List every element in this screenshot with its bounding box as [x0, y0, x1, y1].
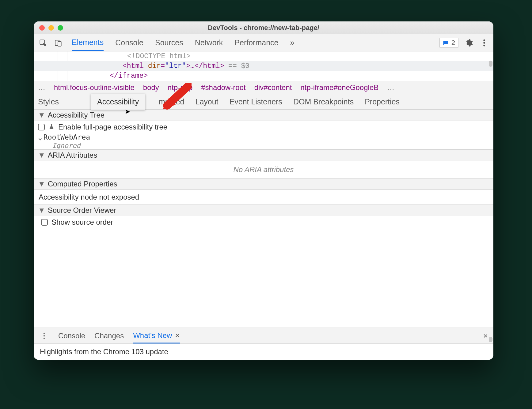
crumb[interactable]: #shadow-root [201, 83, 245, 92]
show-source-order-checkbox[interactable] [41, 219, 48, 226]
drawer-tab-whats-new[interactable]: What's New × [133, 328, 180, 343]
drawer-kebab-icon[interactable] [39, 331, 49, 341]
issues-icon [442, 40, 449, 46]
svg-point-5 [483, 44, 485, 46]
drawer-tab-console[interactable]: Console [58, 332, 85, 340]
tab-dom-breakpoints[interactable]: DOM Breakpoints [293, 94, 354, 109]
enable-fullpage-tree-row[interactable]: Enable full-page accessibility tree [34, 121, 493, 133]
settings-gear-icon[interactable] [464, 38, 474, 48]
disclosure-triangle-icon: ▼ [38, 111, 45, 119]
tab-sources[interactable]: Sources [155, 34, 183, 51]
svg-point-7 [44, 335, 45, 337]
crumb[interactable]: body [143, 83, 159, 92]
aria-empty-message: No ARIA attributes [34, 161, 493, 178]
tab-console[interactable]: Console [115, 34, 143, 51]
tab-network[interactable]: Network [195, 34, 223, 51]
whats-new-headline: Highlights from the Chrome 103 update [40, 347, 168, 356]
more-tabs-button[interactable]: » [290, 34, 294, 51]
tab-accessibility-dragging[interactable]: Accessibility [91, 94, 145, 110]
sidebar-pane-tabs: Styles mputed Layout Event Listeners DOM… [34, 94, 493, 110]
dom-line-html[interactable]: <html dir="ltr">…</html> == $0 [34, 61, 493, 71]
svg-rect-2 [58, 41, 61, 46]
tab-layout[interactable]: Layout [195, 94, 218, 109]
disclosure-triangle-icon: ▼ [38, 151, 45, 159]
dom-tree[interactable]: ••• <!DOCTYPE html> ▶ <html dir="ltr">…<… [34, 51, 493, 81]
chevron-down-icon: ⌄ [38, 133, 42, 141]
section-aria-attributes[interactable]: ▼ ARIA Attributes [34, 149, 493, 161]
dom-scrollbar-thumb[interactable] [489, 61, 492, 67]
kebab-menu-icon[interactable] [479, 38, 489, 48]
crumb[interactable]: ntp-app [168, 83, 192, 92]
svg-point-4 [483, 42, 485, 43]
window-title: DevTools - chrome://new-tab-page/ [34, 24, 493, 32]
tab-styles[interactable]: Styles [38, 94, 59, 109]
crumb[interactable]: ntp-iframe#oneGoogleB [300, 83, 378, 92]
issues-counter[interactable]: 2 [439, 38, 458, 48]
close-drawer-icon[interactable]: × [483, 331, 488, 341]
section-source-order[interactable]: ▼ Source Order Viewer [34, 204, 493, 216]
tab-properties[interactable]: Properties [365, 94, 400, 109]
crumb[interactable]: div#content [254, 83, 292, 92]
section-title: Computed Properties [48, 180, 117, 188]
drawer-tabs: Console Changes What's New × × [34, 328, 493, 343]
dom-line-iframe-close[interactable]: </iframe> [34, 71, 493, 81]
enable-fullpage-tree-checkbox[interactable] [38, 124, 45, 130]
breadcrumb-overflow-right[interactable]: … [387, 83, 394, 92]
main-panel-tabs: Elements Console Sources Network Perform… [72, 34, 294, 51]
svg-point-3 [483, 39, 485, 41]
tab-elements[interactable]: Elements [72, 34, 104, 51]
tab-performance[interactable]: Performance [234, 34, 278, 51]
show-source-order-row[interactable]: Show source order [34, 216, 493, 228]
breadcrumb-overflow-left[interactable]: … [38, 83, 45, 92]
close-tab-icon[interactable]: × [175, 331, 180, 340]
svg-point-8 [44, 338, 45, 339]
mouse-cursor-icon: ➤ [125, 108, 130, 116]
disclosure-triangle-icon: ▼ [38, 180, 45, 188]
experiment-flask-icon [48, 123, 55, 131]
dom-line-doctype[interactable]: <!DOCTYPE html> [34, 51, 493, 61]
devtools-window: DevTools - chrome://new-tab-page/ Elemen… [34, 21, 493, 360]
a11y-ignored-label: Ignored [34, 142, 493, 149]
device-toggle-icon[interactable] [53, 38, 63, 48]
main-toolbar: Elements Console Sources Network Perform… [34, 34, 493, 51]
section-computed-properties[interactable]: ▼ Computed Properties [34, 178, 493, 190]
drawer-tab-changes[interactable]: Changes [94, 332, 124, 340]
section-accessibility-tree[interactable]: ▼ Accessibility Tree [34, 110, 493, 121]
titlebar: DevTools - chrome://new-tab-page/ [34, 21, 493, 34]
inspect-element-icon[interactable] [38, 38, 48, 48]
dom-breadcrumb[interactable]: … html.focus-outline-visible body ntp-ap… [34, 81, 493, 94]
section-title: ARIA Attributes [48, 151, 97, 159]
tab-computed[interactable]: mputed [159, 94, 184, 109]
svg-point-6 [44, 333, 45, 334]
show-source-order-label: Show source order [51, 218, 113, 227]
enable-fullpage-tree-label: Enable full-page accessibility tree [58, 123, 167, 131]
tab-event-listeners[interactable]: Event Listeners [230, 94, 282, 109]
computed-not-exposed-message: Accessibility node not exposed [34, 190, 493, 204]
drawer-body: Highlights from the Chrome 103 update [34, 343, 493, 360]
drawer: Console Changes What's New × × Highlight… [34, 328, 493, 360]
crumb[interactable]: html.focus-outline-visible [54, 83, 135, 92]
disclosure-triangle-icon: ▼ [38, 206, 45, 215]
drawer-scrollbar-thumb[interactable] [489, 337, 492, 342]
section-title: Accessibility Tree [48, 111, 104, 119]
a11y-tree-root[interactable]: ⌄RootWebArea [34, 133, 493, 142]
section-title: Source Order Viewer [48, 206, 116, 215]
issues-count: 2 [451, 39, 455, 47]
